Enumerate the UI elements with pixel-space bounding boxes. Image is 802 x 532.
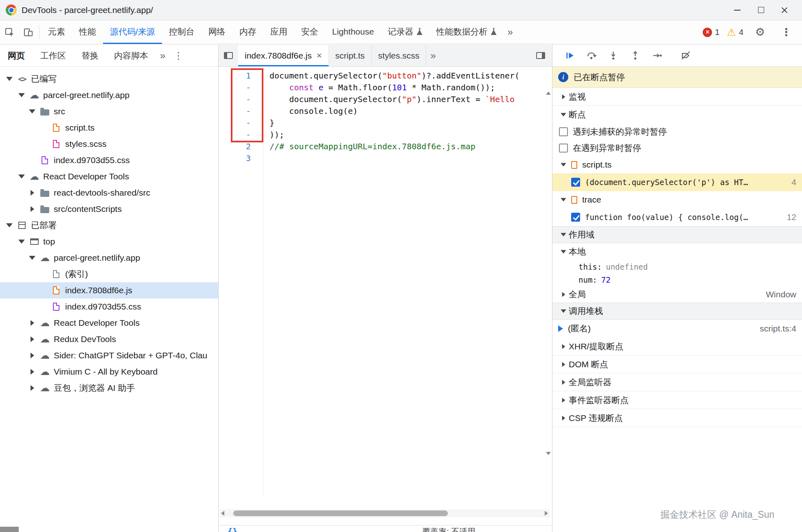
editor-tab-styles-scss[interactable]: styles.scss: [372, 45, 427, 66]
tree-item-ext-sider[interactable]: ☁ Sider: ChatGPT Sidebar + GPT-4o, Clau: [0, 347, 218, 364]
callstack-frame-row[interactable]: (匿名) script.ts:4: [552, 320, 802, 338]
tree-item-folder-src[interactable]: src: [0, 103, 218, 120]
expand-arrow-icon[interactable]: [558, 415, 569, 421]
close-tab-icon[interactable]: ×: [317, 51, 322, 60]
scope-variable-num[interactable]: num: 72: [552, 273, 802, 286]
section-breakpoints[interactable]: 断点: [552, 106, 802, 124]
tree-item-index-document[interactable]: (索引): [0, 266, 218, 282]
navigator-hscrollbar-thumb[interactable]: [0, 527, 19, 532]
nav-tab-workspace[interactable]: 工作区: [33, 50, 74, 61]
nav-more-tabs-button[interactable]: »: [156, 50, 169, 61]
expand-arrow-icon[interactable]: [558, 344, 569, 349]
tree-item-ext-redux-devtools[interactable]: ☁ Redux DevTools: [0, 331, 218, 347]
scroll-up-arrow-icon[interactable]: [546, 92, 551, 95]
expand-arrow-icon[interactable]: [558, 250, 569, 254]
pause-uncaught-checkbox[interactable]: [559, 127, 568, 136]
more-tabs-button[interactable]: »: [504, 20, 517, 44]
tab-memory[interactable]: 内存: [232, 20, 263, 44]
expand-arrow-icon[interactable]: [558, 292, 569, 297]
main-menu-button[interactable]: ⋮: [777, 27, 795, 37]
tree-item-authored[interactable]: <> 已编写: [0, 71, 218, 87]
expand-arrow-icon[interactable]: [26, 320, 38, 326]
deactivate-breakpoints-button[interactable]: [680, 50, 691, 61]
breakpoint-group-trace[interactable]: trace: [552, 191, 802, 208]
tree-item-styles-scss[interactable]: styles.scss: [0, 136, 218, 152]
step-over-button[interactable]: [586, 50, 597, 61]
editor-tab-index-js[interactable]: index.7808df6e.js ×: [238, 45, 329, 66]
toggle-debugger-sidebar-button[interactable]: [531, 52, 550, 59]
pause-caught-exceptions-row[interactable]: 在遇到异常时暂停: [552, 140, 802, 156]
nav-menu-button[interactable]: ⋮: [169, 50, 187, 61]
expand-arrow-icon[interactable]: [26, 190, 38, 196]
expand-arrow-icon[interactable]: [558, 379, 569, 385]
section-callstack[interactable]: 调用堆栈: [552, 303, 802, 320]
expand-arrow-icon[interactable]: [558, 233, 569, 237]
tab-performance-insights[interactable]: 性能数据分析: [429, 20, 504, 44]
tree-item-script-ts[interactable]: script.ts: [0, 120, 218, 136]
maximize-button[interactable]: [749, 0, 773, 20]
error-badge[interactable]: × 1: [703, 28, 719, 37]
step-button[interactable]: [652, 50, 663, 61]
inspect-element-button[interactable]: [0, 20, 19, 44]
tree-item-index-css[interactable]: index.d9703d55.css: [0, 152, 218, 168]
tab-recorder[interactable]: 记录器: [381, 20, 429, 44]
section-global-listeners[interactable]: 全局监听器: [552, 373, 802, 391]
expand-arrow-icon[interactable]: [26, 109, 38, 113]
expand-arrow-icon[interactable]: [26, 336, 38, 342]
expand-arrow-icon[interactable]: [3, 77, 15, 81]
breakpoint-checkbox[interactable]: [571, 178, 580, 187]
pause-caught-checkbox[interactable]: [559, 144, 568, 153]
tree-item-top-frame[interactable]: top: [0, 233, 218, 250]
line-number[interactable]: 2: [219, 141, 251, 153]
section-event-listener-breakpoints[interactable]: 事件监听器断点: [552, 391, 802, 409]
device-toolbar-button[interactable]: [19, 20, 37, 44]
editor-tab-script-ts[interactable]: script.ts: [329, 45, 372, 66]
tab-application[interactable]: 应用: [263, 20, 294, 44]
line-number[interactable]: -: [219, 105, 251, 117]
expand-arrow-icon[interactable]: [558, 163, 569, 167]
section-xhr-breakpoints[interactable]: XHR/提取断点: [552, 338, 802, 355]
tab-network[interactable]: 网络: [202, 20, 232, 44]
tree-item-ext-doubao[interactable]: ☁ 豆包，浏览器 AI 助手: [0, 380, 218, 396]
expand-arrow-icon[interactable]: [26, 385, 38, 391]
expand-arrow-icon[interactable]: [3, 223, 15, 227]
editor-more-tabs-button[interactable]: »: [426, 45, 440, 66]
scroll-down-arrow-icon[interactable]: [546, 452, 551, 455]
nav-tab-page[interactable]: 网页: [0, 50, 33, 61]
expand-arrow-icon[interactable]: [558, 113, 569, 117]
line-number[interactable]: -: [219, 129, 251, 141]
tree-item-react-devtools[interactable]: ☁ React Developer Tools: [0, 168, 218, 185]
line-number[interactable]: -: [219, 82, 251, 94]
scope-local-row[interactable]: 本地: [552, 243, 802, 260]
expand-arrow-icon[interactable]: [26, 353, 38, 358]
expand-arrow-icon[interactable]: [26, 206, 38, 212]
tree-item-ext-react-devtools[interactable]: ☁ React Developer Tools: [0, 315, 218, 331]
scope-global-row[interactable]: 全局 Window: [552, 286, 802, 303]
code-editor[interactable]: 1 - - - - - 2 3 document.querySelector("…: [219, 67, 552, 495]
warning-badge[interactable]: ⚠ 4: [727, 27, 743, 37]
line-number[interactable]: -: [219, 117, 251, 129]
tree-item-content-scripts-folder[interactable]: src/contentScripts: [0, 201, 218, 217]
section-watch[interactable]: 监视: [552, 88, 802, 106]
expand-arrow-icon[interactable]: [558, 397, 569, 403]
breakpoint-checkbox[interactable]: [571, 213, 580, 222]
tab-performance[interactable]: 性能: [72, 20, 103, 44]
tab-sources[interactable]: 源代码/来源: [103, 20, 162, 44]
tree-item-index-css-deployed[interactable]: index.d9703d55.css: [0, 299, 218, 315]
editor-vscrollbar[interactable]: [545, 90, 552, 456]
tab-console[interactable]: 控制台: [162, 20, 202, 44]
scroll-left-arrow-icon[interactable]: [221, 511, 224, 516]
tab-elements[interactable]: 元素: [41, 20, 72, 44]
settings-button[interactable]: ⚙: [751, 27, 769, 38]
breakpoint-group-script-ts[interactable]: script.ts: [552, 156, 802, 173]
minimize-button[interactable]: [725, 0, 749, 20]
expand-arrow-icon[interactable]: [15, 240, 28, 244]
expand-arrow-icon[interactable]: [558, 309, 569, 313]
nav-tab-content-scripts[interactable]: 内容脚本: [106, 50, 156, 61]
tree-item-react-devtools-shared[interactable]: react-devtools-shared/src: [0, 185, 218, 201]
hscrollbar-thumb[interactable]: [233, 510, 448, 516]
tree-item-domain[interactable]: ☁ parcel-greet.netlify.app: [0, 87, 218, 103]
expand-arrow-icon[interactable]: [15, 93, 28, 97]
expand-arrow-icon[interactable]: [26, 369, 38, 375]
editor-hscrollbar[interactable]: [219, 509, 550, 517]
